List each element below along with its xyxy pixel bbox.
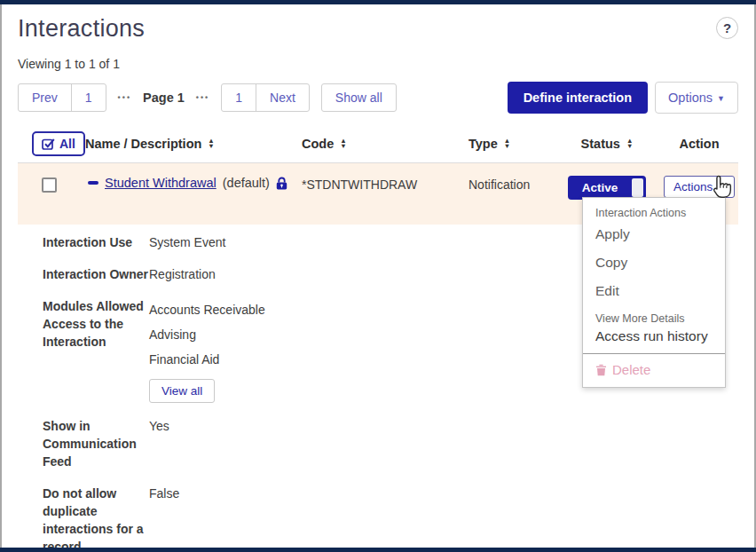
window-border-top: [0, 0, 756, 4]
menu-item-copy[interactable]: Copy: [583, 248, 725, 277]
detail-communication-feed: Show in Communication Feed Yes: [43, 417, 738, 470]
collapse-icon[interactable]: [88, 181, 98, 185]
actions-label: Actions: [673, 180, 713, 193]
toolbar: Prev 1 ••• Page 1 ••• 1 Next Show all De…: [18, 82, 738, 114]
column-header-name[interactable]: Name / Description▲▼: [85, 137, 302, 151]
delete-label: Delete: [612, 362, 650, 377]
sort-icon[interactable]: ▲▼: [340, 138, 346, 150]
status-toggle[interactable]: Active: [568, 176, 646, 200]
column-header-status[interactable]: Status▲▼: [554, 137, 660, 151]
field-label: Modules Allowed Access to the Interactio…: [43, 297, 149, 403]
code-cell: *STDNTWITHDRAW: [302, 176, 469, 192]
table-header: All Name / Description▲▼ Code▲▼ Type▲▼ S…: [18, 131, 738, 163]
sort-icon[interactable]: ▲▼: [504, 138, 510, 150]
title-bar: Interactions ?: [18, 15, 738, 43]
viewing-status: Viewing 1 to 1 of 1: [18, 57, 738, 71]
field-label: Interaction Use: [43, 233, 149, 251]
menu-group-label: Interaction Actions: [583, 198, 725, 221]
next-button[interactable]: Next: [256, 84, 309, 111]
detail-duplicate-interactions: Do not allow duplicate interactions for …: [43, 485, 738, 548]
menu-item-edit[interactable]: Edit: [583, 277, 725, 305]
select-all-button[interactable]: All: [32, 131, 85, 156]
default-label: (default): [223, 176, 270, 190]
prev-button[interactable]: Prev: [19, 84, 71, 111]
field-label: Interaction Owner: [43, 265, 149, 283]
pager-group-prev: Prev 1: [18, 83, 106, 112]
help-icon[interactable]: ?: [716, 17, 738, 39]
view-all-button[interactable]: View all: [149, 379, 215, 403]
last-page-button[interactable]: 1: [222, 84, 256, 111]
column-header-action: Action: [660, 137, 738, 151]
options-label: Options: [668, 91, 713, 105]
column-header-code[interactable]: Code▲▼: [302, 137, 469, 151]
row-checkbox[interactable]: [42, 177, 57, 193]
name-cell: Student Withdrawal (default): [88, 176, 302, 190]
chevron-down-icon: ▼: [717, 94, 725, 103]
menu-group-label: View More Details: [583, 305, 725, 325]
field-value: False: [149, 485, 738, 548]
show-all-button[interactable]: Show all: [321, 83, 397, 112]
window-border-left: [0, 4, 2, 548]
lock-icon: [276, 177, 287, 190]
status-label: Active: [568, 181, 632, 194]
mouse-cursor-hand-icon: [708, 174, 732, 203]
ellipsis-right: •••: [196, 93, 209, 102]
ellipsis-left: •••: [118, 93, 131, 102]
type-cell: Notification: [469, 176, 554, 192]
trash-icon: [595, 364, 607, 376]
checkbox-check-icon: [42, 138, 55, 150]
actions-dropdown-menu: Interaction Actions Apply Copy Edit View…: [582, 197, 726, 388]
interaction-name-link[interactable]: Student Withdrawal: [105, 176, 217, 190]
define-interaction-button[interactable]: Define interaction: [508, 82, 648, 114]
page-1-button[interactable]: 1: [71, 84, 106, 111]
field-label: Show in Communication Feed: [43, 417, 149, 470]
pagination: Prev 1 ••• Page 1 ••• 1 Next Show all: [18, 83, 397, 112]
options-button[interactable]: Options▼: [655, 82, 738, 114]
sort-icon[interactable]: ▲▼: [208, 138, 214, 150]
menu-item-apply[interactable]: Apply: [583, 221, 725, 248]
window-border-bottom: [0, 548, 756, 552]
menu-item-access-run-history[interactable]: Access run history: [583, 325, 725, 353]
column-header-type[interactable]: Type▲▼: [469, 137, 554, 151]
toolbar-actions: Define interaction Options▼: [508, 82, 738, 114]
current-page-label: Page 1: [143, 91, 185, 105]
page-title: Interactions: [18, 15, 145, 43]
select-all-label: All: [59, 137, 75, 151]
menu-item-delete[interactable]: Delete: [583, 354, 725, 387]
toggle-knob: [632, 178, 643, 197]
pager-group-next: 1 Next: [221, 83, 310, 112]
app-window: Interactions ? Viewing 1 to 1 of 1 Prev …: [0, 0, 756, 552]
field-value: Yes: [149, 417, 738, 470]
field-label: Do not allow duplicate interactions for …: [43, 485, 149, 548]
sort-icon[interactable]: ▲▼: [626, 138, 633, 150]
